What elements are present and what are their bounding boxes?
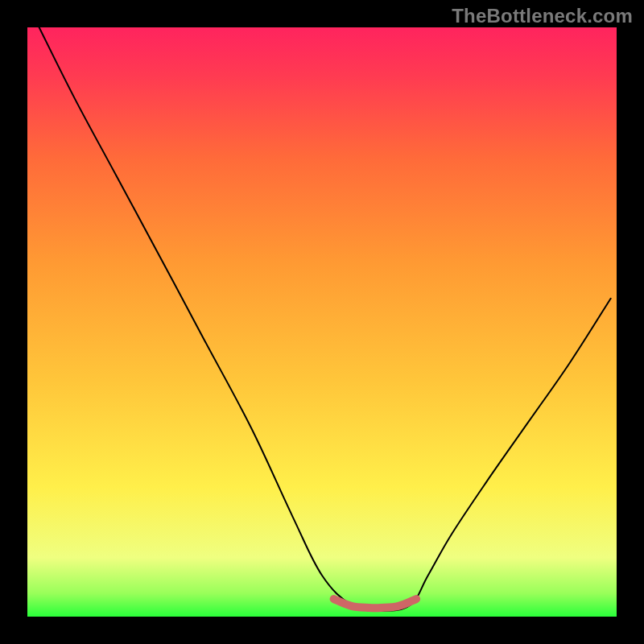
chart-frame: TheBottleneck.com bbox=[0, 0, 644, 644]
bottleneck-chart bbox=[27, 27, 617, 617]
chart-plot-area bbox=[27, 27, 617, 617]
watermark-text: TheBottleneck.com bbox=[452, 5, 633, 27]
